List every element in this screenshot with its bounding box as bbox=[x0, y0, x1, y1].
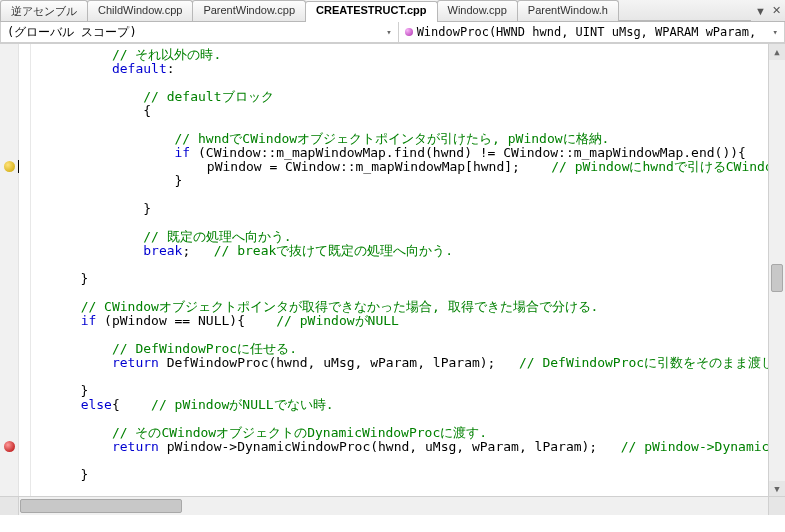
code-line[interactable]: } bbox=[18, 272, 769, 286]
tab-menu-dropdown-icon[interactable]: ▼ bbox=[755, 5, 766, 17]
file-tab[interactable]: 逆アセンブル bbox=[0, 0, 88, 21]
code-line[interactable]: break; // breakで抜けて既定の処理へ向かう. bbox=[18, 244, 769, 258]
nav-bar: (グローバル スコープ) ▾ WindowProc(HWND hwnd, UIN… bbox=[0, 22, 785, 44]
code-line[interactable] bbox=[18, 258, 769, 272]
text-caret bbox=[18, 160, 19, 173]
method-icon bbox=[405, 28, 413, 36]
file-tab[interactable]: CREATESTRUCT.cpp bbox=[305, 1, 437, 22]
horizontal-scrollbar[interactable] bbox=[18, 496, 769, 515]
code-line[interactable] bbox=[18, 412, 769, 426]
code-line[interactable]: // hwndでCWindowオブジェクトポインタが引けたら, pWindowに… bbox=[18, 132, 769, 146]
tab-spacer bbox=[618, 0, 751, 21]
code-line[interactable]: if (pWindow == NULL){ // pWindowがNULL bbox=[18, 314, 769, 328]
code-line[interactable] bbox=[18, 328, 769, 342]
file-tab-strip: 逆アセンブルChildWindow.cppParentWindow.cppCRE… bbox=[0, 0, 785, 22]
vertical-scrollbar[interactable]: ▲ ▼ bbox=[768, 44, 785, 497]
gutter[interactable] bbox=[0, 44, 19, 515]
scrollbar-corner bbox=[768, 496, 785, 515]
code-line[interactable]: // CWindowオブジェクトポインタが取得できなかった場合, 取得できた場合… bbox=[18, 300, 769, 314]
code-line[interactable]: } bbox=[18, 202, 769, 216]
code-line[interactable] bbox=[18, 286, 769, 300]
code-line[interactable]: // defaultブロック bbox=[18, 90, 769, 104]
scope-dropdown[interactable]: (グローバル スコープ) ▾ bbox=[0, 22, 398, 43]
horizontal-scroll-thumb[interactable] bbox=[20, 499, 182, 513]
code-area[interactable]: // それ以外の時. default: // defaultブロック { // … bbox=[18, 44, 769, 497]
vertical-scroll-thumb[interactable] bbox=[771, 264, 783, 292]
chevron-down-icon[interactable]: ▾ bbox=[386, 27, 391, 37]
breakpoint-marker-pending[interactable] bbox=[4, 161, 15, 172]
code-line[interactable] bbox=[18, 454, 769, 468]
breakpoint-marker[interactable] bbox=[4, 441, 15, 452]
code-line[interactable] bbox=[18, 216, 769, 230]
scope-label: (グローバル スコープ) bbox=[7, 24, 137, 41]
tab-close-icon[interactable]: ✕ bbox=[772, 4, 781, 17]
code-line[interactable] bbox=[18, 188, 769, 202]
code-line[interactable] bbox=[18, 118, 769, 132]
code-line[interactable]: else{ // pWindowがNULLでない時. bbox=[18, 398, 769, 412]
code-line[interactable] bbox=[18, 482, 769, 496]
code-line[interactable]: { bbox=[18, 104, 769, 118]
code-editor[interactable]: // それ以外の時. default: // defaultブロック { // … bbox=[0, 44, 785, 515]
scroll-up-arrow-icon[interactable]: ▲ bbox=[769, 44, 785, 60]
code-line[interactable]: return DefWindowProc(hwnd, uMsg, wParam,… bbox=[18, 356, 769, 370]
splitter-handle[interactable] bbox=[0, 496, 19, 515]
file-tab[interactable]: ParentWindow.cpp bbox=[192, 0, 306, 21]
code-line[interactable]: default: bbox=[18, 62, 769, 76]
code-line[interactable]: // そのCWindowオブジェクトのDynamicWindowProcに渡す. bbox=[18, 426, 769, 440]
chevron-down-icon[interactable]: ▾ bbox=[773, 27, 778, 37]
function-dropdown[interactable]: WindowProc(HWND hwnd, UINT uMsg, WPARAM … bbox=[398, 22, 785, 43]
code-line[interactable]: if (CWindow::m_mapWindowMap.find(hwnd) !… bbox=[18, 146, 769, 160]
file-tab[interactable]: ParentWindow.h bbox=[517, 0, 619, 21]
code-line[interactable]: } bbox=[18, 384, 769, 398]
code-line[interactable]: return pWindow->DynamicWindowProc(hwnd, … bbox=[18, 440, 769, 454]
code-line[interactable] bbox=[18, 76, 769, 90]
tab-controls: ▼ ✕ bbox=[751, 0, 785, 21]
code-line[interactable]: } bbox=[18, 468, 769, 482]
code-line[interactable]: pWindow = CWindow::m_mapWindowMap[hwnd];… bbox=[18, 160, 769, 174]
code-line[interactable]: // それ以外の時. bbox=[18, 48, 769, 62]
file-tab[interactable]: Window.cpp bbox=[437, 0, 518, 21]
scroll-down-arrow-icon[interactable]: ▼ bbox=[769, 481, 785, 497]
code-line[interactable]: // DefWindowProcに任せる. bbox=[18, 342, 769, 356]
code-line[interactable]: } bbox=[18, 174, 769, 188]
function-label: WindowProc(HWND hwnd, UINT uMsg, WPARAM … bbox=[417, 25, 757, 39]
code-line[interactable]: // 既定の処理へ向かう. bbox=[18, 230, 769, 244]
code-line[interactable] bbox=[18, 370, 769, 384]
file-tab[interactable]: ChildWindow.cpp bbox=[87, 0, 193, 21]
